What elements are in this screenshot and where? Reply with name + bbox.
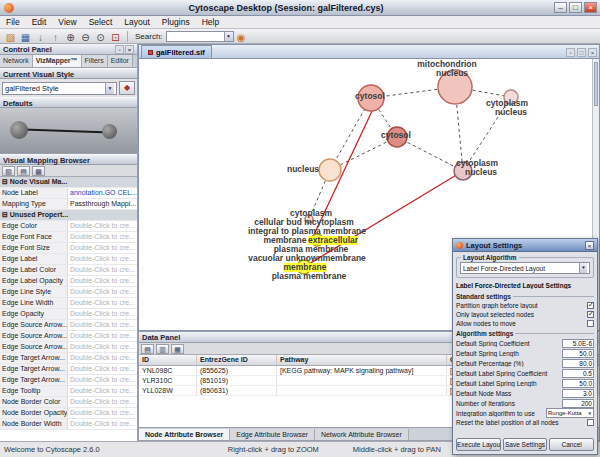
- zoom-selected-icon[interactable]: ⊙: [93, 30, 108, 43]
- options-icon[interactable]: ▩: [32, 166, 45, 176]
- mapping-property-row[interactable]: Edge ColorDouble-Click to cre...: [0, 221, 137, 232]
- save-session-icon[interactable]: ▦: [18, 30, 33, 43]
- mapping-property-row[interactable]: Mapping TypePassthrough Mappi...: [0, 199, 137, 210]
- allow-nodes-to-move-checkbox[interactable]: [587, 320, 594, 327]
- tab-network[interactable]: Network: [0, 55, 33, 67]
- style-options-button[interactable]: ◆: [119, 81, 135, 95]
- export-network-icon[interactable]: ↑: [48, 30, 63, 43]
- search-options-icon[interactable]: ◉: [234, 30, 249, 43]
- default-percentage--input[interactable]: 80.0: [562, 359, 594, 368]
- open-session-icon[interactable]: ▨: [3, 30, 18, 43]
- tab-editor[interactable]: Editor: [108, 55, 133, 67]
- menu-item-view[interactable]: View: [52, 16, 82, 29]
- mapping-category-row[interactable]: ⊟ Node Visual Ma...: [0, 177, 137, 188]
- column-header-entrezgeneid[interactable]: EntrezGene ID: [197, 355, 277, 365]
- zoom-in-icon[interactable]: ⊕: [63, 30, 78, 43]
- algorithm-dropdown-arrow[interactable]: ▼: [579, 263, 587, 273]
- integration-value: Runge-Kutta: [548, 410, 582, 416]
- mapping-property-row[interactable]: Edge Label ColorDouble-Click to cre...: [0, 265, 137, 276]
- network-edge[interactable]: [397, 137, 463, 171]
- tab-filters[interactable]: Filters: [82, 55, 108, 67]
- node-nucleus[interactable]: [319, 159, 341, 181]
- close-button[interactable]: ×: [584, 2, 597, 13]
- dialog-titlebar[interactable]: Layout Settings ×: [453, 239, 597, 252]
- save-settings-button[interactable]: Save Settings: [503, 438, 548, 451]
- search-input[interactable]: ▼: [166, 31, 234, 42]
- mapping-property-row[interactable]: Edge Target Arrow...Double-Click to cre.…: [0, 353, 137, 364]
- close-panel-icon[interactable]: ×: [125, 45, 134, 54]
- mapping-property-row[interactable]: Edge Line StyleDouble-Click to cre...: [0, 287, 137, 298]
- column-header-pathway[interactable]: Pathway: [277, 355, 447, 365]
- mapping-property-row[interactable]: Edge Line WidthDouble-Click to cre...: [0, 298, 137, 309]
- mapping-property-row[interactable]: Node Border OpacityDouble-Click to cre..…: [0, 408, 137, 419]
- mapping-property-row[interactable]: Node Border WidthDouble-Click to cre...: [0, 419, 137, 430]
- menu-item-edit[interactable]: Edit: [26, 16, 53, 29]
- tab-node-attribute-browser[interactable]: Node Attribute Browser: [139, 429, 230, 440]
- minimize-button[interactable]: –: [554, 2, 567, 13]
- mapping-property-row[interactable]: Edge LabelDouble-Click to cre...: [0, 254, 137, 265]
- window-buttons: –□×: [554, 2, 600, 13]
- float-window-icon[interactable]: ▫: [566, 48, 575, 57]
- zoom-out-icon[interactable]: ⊖: [78, 30, 93, 43]
- zoom-fit-icon[interactable]: ⊡: [108, 30, 123, 43]
- network-tab[interactable]: galFiltered.sif: [141, 45, 212, 58]
- default-node-preview[interactable]: [10, 121, 28, 139]
- legend-icon[interactable]: ▤: [17, 166, 30, 176]
- execute-layout-button[interactable]: Execute Layout: [456, 438, 501, 451]
- menu-item-help[interactable]: Help: [196, 16, 225, 29]
- mapping-property-row[interactable]: Edge Target Arrow...Double-Click to cre.…: [0, 364, 137, 375]
- integration-select[interactable]: Runge-Kutta ▼: [546, 408, 594, 418]
- mapping-property-row[interactable]: Edge Source Arrow...Double-Click to cre.…: [0, 331, 137, 342]
- cancel-button[interactable]: Cancel: [549, 438, 594, 451]
- add-mapping-icon[interactable]: ▧: [2, 166, 15, 176]
- mapping-property-row[interactable]: Edge Font FaceDouble-Click to cre...: [0, 232, 137, 243]
- maximize-button[interactable]: □: [569, 2, 582, 13]
- mapping-property-row[interactable]: Edge Source Arrow...Double-Click to cre.…: [0, 342, 137, 353]
- dialog-close-icon[interactable]: ×: [585, 241, 594, 250]
- mapping-category-row[interactable]: ⊟ Unused Propert...: [0, 210, 137, 221]
- tab-edge-attribute-browser[interactable]: Edge Attribute Browser: [230, 429, 315, 440]
- mapping-property-row[interactable]: Edge Source Arrow...Double-Click to cre.…: [0, 320, 137, 331]
- default-label-spring-length-input[interactable]: 50.0: [562, 379, 594, 388]
- mapping-property-row[interactable]: Edge Target Arrow...Double-Click to cre.…: [0, 375, 137, 386]
- default-label-spring-coefficient-input[interactable]: 0.5: [562, 369, 594, 378]
- mapping-property-row[interactable]: Edge Label OpacityDouble-Click to cre...: [0, 276, 137, 287]
- menu-item-select[interactable]: Select: [83, 16, 119, 29]
- menu-item-layout[interactable]: Layout: [118, 16, 156, 29]
- reset-checkbox[interactable]: [587, 419, 594, 426]
- scrollbar-thumb[interactable]: [594, 62, 598, 106]
- default-edge-preview[interactable]: [24, 128, 110, 133]
- reset-row: Reset the label position of all nodes: [456, 418, 594, 427]
- import-network-icon[interactable]: ↓: [33, 30, 48, 43]
- tab-vizmapper[interactable]: VizMapper™: [33, 55, 82, 67]
- network-tab-label: galFiltered.sif: [156, 48, 205, 57]
- default-spring-coefficient-input[interactable]: 5.0E-6: [562, 339, 594, 348]
- select-attributes-icon[interactable]: ▤: [141, 344, 154, 354]
- menu-item-file[interactable]: File: [0, 16, 26, 29]
- default-node-mass-input[interactable]: 3.0: [562, 389, 594, 398]
- delete-attribute-icon[interactable]: ▦: [171, 344, 184, 354]
- defaults-preview[interactable]: [0, 108, 137, 154]
- default-spring-length-input[interactable]: 50.0: [562, 349, 594, 358]
- mapping-property-row[interactable]: Edge OpacityDouble-Click to cre...: [0, 309, 137, 320]
- close-window-icon[interactable]: ×: [588, 48, 597, 57]
- only-layout-selected-nodes-checkbox[interactable]: [587, 311, 594, 318]
- column-header-id[interactable]: ID: [139, 355, 197, 365]
- maximize-window-icon[interactable]: □: [577, 48, 586, 57]
- create-attribute-icon[interactable]: ▥: [156, 344, 169, 354]
- visual-style-dropdown-arrow[interactable]: ▼: [105, 83, 114, 94]
- mapping-property-row[interactable]: Node Labelannotation.GO CEL...: [0, 188, 137, 199]
- partition-graph-before-layout-checkbox[interactable]: [587, 302, 594, 309]
- tab-network-attribute-browser[interactable]: Network Attribute Browser: [315, 429, 409, 440]
- float-panel-icon[interactable]: ▫: [115, 45, 124, 54]
- number-of-iterations-input[interactable]: 200: [562, 399, 594, 408]
- search-dropdown-arrow[interactable]: ▼: [224, 32, 233, 41]
- integration-dropdown-arrow[interactable]: ▼: [588, 411, 592, 416]
- mapping-property-row[interactable]: Edge TooltipDouble-Click to cre...: [0, 386, 137, 397]
- layout-algorithm-select[interactable]: Label Force-Directed Layout ▼: [460, 262, 590, 274]
- mapping-property-row[interactable]: Edge Font SizeDouble-Click to cre...: [0, 243, 137, 254]
- menu-item-plugins[interactable]: Plugins: [156, 16, 196, 29]
- visual-style-select[interactable]: galFiltered Style ▼: [2, 82, 117, 95]
- mapping-property-row[interactable]: Node Border ColorDouble-Click to cre...: [0, 397, 137, 408]
- default-node-preview[interactable]: [102, 124, 117, 139]
